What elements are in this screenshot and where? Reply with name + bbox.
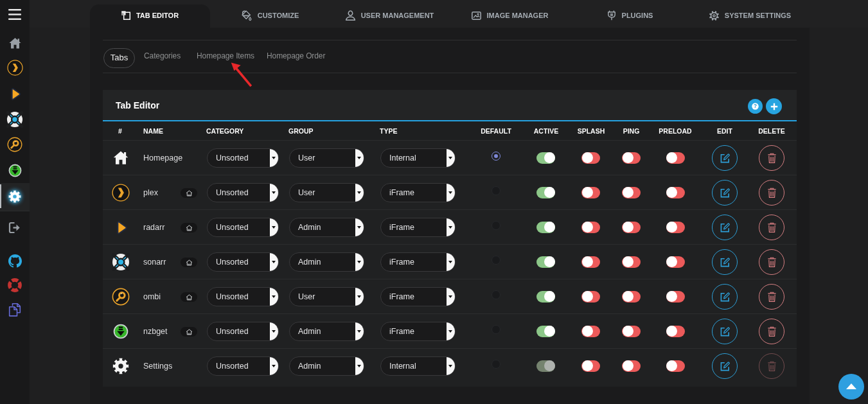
svg-text:?: ? [754,103,757,109]
